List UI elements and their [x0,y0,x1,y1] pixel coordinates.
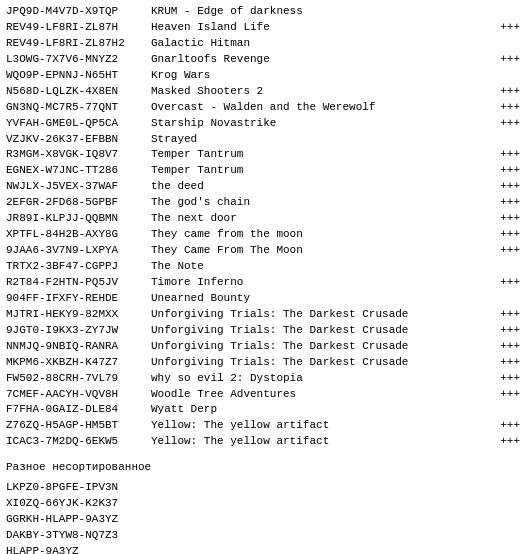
unsorted-item: LKPZ0-8PGFE-IPV3N [6,480,520,496]
game-item: L3OWG-7X7V6-MNYZ2 Gnarltoofs Revenge +++ [6,52,520,68]
game-id: WQO9P-EPNNJ-N65HT [6,68,151,84]
main-content: JPQ9D-M4V7D-X9TQP KRUM - Edge of darknes… [6,4,520,554]
game-title: Strayed [151,132,520,148]
game-id: YVFAH-GME0L-QP5CA [6,116,151,132]
game-item: MKPM6-XKBZH-K47Z7 Unforgiving Trials: Th… [6,355,520,371]
game-rating: +++ [500,387,520,403]
game-title: Wyatt Derp [151,402,520,418]
game-title: Masked Shooters 2 [151,84,496,100]
game-rating: +++ [500,20,520,36]
game-title: Temper Tantrum [151,163,496,179]
game-item: NWJLX-J5VEX-37WAF the deed +++ [6,179,520,195]
game-item: NNMJQ-9NBIQ-RANRA Unforgiving Trials: Th… [6,339,520,355]
game-title: Krog Wars [151,68,520,84]
game-id: L3OWG-7X7V6-MNYZ2 [6,52,151,68]
game-rating: +++ [500,211,520,227]
game-item: EGNEX-W7JNC-TT286 Temper Tantrum +++ [6,163,520,179]
game-id: 904FF-IFXFY-REHDE [6,291,151,307]
game-item: N568D-LQLZK-4X8EN Masked Shooters 2 +++ [6,84,520,100]
game-rating: +++ [500,339,520,355]
game-id: 9JAA6-3V7N9-LXPYA [6,243,151,259]
game-id: R2T84-F2HTN-PQ5JV [6,275,151,291]
unsorted-item: DAKBY-3TYW8-NQ7Z3 [6,528,520,544]
game-id: F7FHA-0GAIZ-DLE84 [6,402,151,418]
game-item: 904FF-IFXFY-REHDE Unearned Bounty [6,291,520,307]
game-title: The Note [151,259,520,275]
game-rating: +++ [500,195,520,211]
game-item: 9JAA6-3V7N9-LXPYA They Came From The Moo… [6,243,520,259]
game-item: R3MGM-X8VGK-IQ8V7 Temper Tantrum +++ [6,147,520,163]
game-title: Temper Tantrum [151,147,496,163]
game-id: GN3NQ-MC7R5-77QNT [6,100,151,116]
game-id: N568D-LQLZK-4X8EN [6,84,151,100]
game-item: 2EFGR-2FD68-5GPBF The god's chain +++ [6,195,520,211]
game-title: The god's chain [151,195,496,211]
game-title: Overcast - Walden and the Werewolf [151,100,496,116]
game-title: Unforgiving Trials: The Darkest Crusade [151,307,496,323]
game-rating: +++ [500,323,520,339]
unsorted-item: GGRKH-HLAPP-9A3YZ [6,512,520,528]
game-id: REV49-LF8RI-ZL87H2 [6,36,151,52]
game-id: 9JGT0-I9KX3-ZY7JW [6,323,151,339]
game-rating: +++ [500,355,520,371]
game-id: TRTX2-3BF47-CGPPJ [6,259,151,275]
game-rating: +++ [500,418,520,434]
game-rating: +++ [500,434,520,450]
game-id: R3MGM-X8VGK-IQ8V7 [6,147,151,163]
game-item: REV49-LF8RI-ZL87H2 Galactic Hitman [6,36,520,52]
game-rating: +++ [500,116,520,132]
game-item: VZJKV-26K37-EFBBN Strayed [6,132,520,148]
game-title: Gnarltoofs Revenge [151,52,496,68]
game-id: 7CMEF-AACYH-VQV8H [6,387,151,403]
unsorted-list: LKPZ0-8PGFE-IPV3NXI0ZQ-66YJK-K2K37GGRKH-… [6,480,520,554]
game-title: Unearned Bounty [151,291,520,307]
game-title: The next door [151,211,496,227]
game-item: TRTX2-3BF47-CGPPJ The Note [6,259,520,275]
game-rating: +++ [500,100,520,116]
game-item: R2T84-F2HTN-PQ5JV Timore Inferno +++ [6,275,520,291]
game-title: Unforgiving Trials: The Darkest Crusade [151,339,496,355]
game-rating: +++ [500,243,520,259]
game-rating: +++ [500,179,520,195]
game-item: FW502-88CRH-7VL79 why so evil 2: Dystopi… [6,371,520,387]
game-title: Woodle Tree Adventures [151,387,496,403]
game-rating: +++ [500,275,520,291]
game-item: REV49-LF8RI-ZL87H Heaven Island Life +++ [6,20,520,36]
game-title: why so evil 2: Dystopia [151,371,496,387]
game-id: MJTRI-HEKY9-82MXX [6,307,151,323]
game-title: Unforgiving Trials: The Darkest Crusade [151,323,496,339]
game-title: Yellow: The yellow artifact [151,434,496,450]
game-title: Timore Inferno [151,275,496,291]
game-item: WQO9P-EPNNJ-N65HT Krog Wars [6,68,520,84]
game-item: JPQ9D-M4V7D-X9TQP KRUM - Edge of darknes… [6,4,520,20]
game-id: NNMJQ-9NBIQ-RANRA [6,339,151,355]
game-item: GN3NQ-MC7R5-77QNT Overcast - Walden and … [6,100,520,116]
game-rating: +++ [500,147,520,163]
game-title: Heaven Island Life [151,20,496,36]
game-id: ICAC3-7M2DQ-6EKW5 [6,434,151,450]
game-id: Z76ZQ-H5AGP-HM5BT [6,418,151,434]
game-item: ICAC3-7M2DQ-6EKW5 Yellow: The yellow art… [6,434,520,450]
game-id: XPTFL-84H2B-AXY8G [6,227,151,243]
game-id: VZJKV-26K37-EFBBN [6,132,151,148]
game-rating: +++ [500,371,520,387]
unsorted-item: XI0ZQ-66YJK-K2K37 [6,496,520,512]
game-title: Starship Novastrike [151,116,496,132]
game-item: 7CMEF-AACYH-VQV8H Woodle Tree Adventures… [6,387,520,403]
game-title: They came from the moon [151,227,496,243]
game-id: JR89I-KLPJJ-QQBMN [6,211,151,227]
game-title: Galactic Hitman [151,36,520,52]
game-rating: +++ [500,227,520,243]
game-item: Z76ZQ-H5AGP-HM5BT Yellow: The yellow art… [6,418,520,434]
game-id: MKPM6-XKBZH-K47Z7 [6,355,151,371]
game-item: YVFAH-GME0L-QP5CA Starship Novastrike ++… [6,116,520,132]
game-rating: +++ [500,163,520,179]
game-item: F7FHA-0GAIZ-DLE84 Wyatt Derp [6,402,520,418]
game-id: FW502-88CRH-7VL79 [6,371,151,387]
game-id: NWJLX-J5VEX-37WAF [6,179,151,195]
unsorted-item: HLAPP-9A3YZ [6,544,520,554]
game-title: the deed [151,179,496,195]
game-title: Unforgiving Trials: The Darkest Crusade [151,355,496,371]
game-item: JR89I-KLPJJ-QQBMN The next door +++ [6,211,520,227]
game-title: They Came From The Moon [151,243,496,259]
